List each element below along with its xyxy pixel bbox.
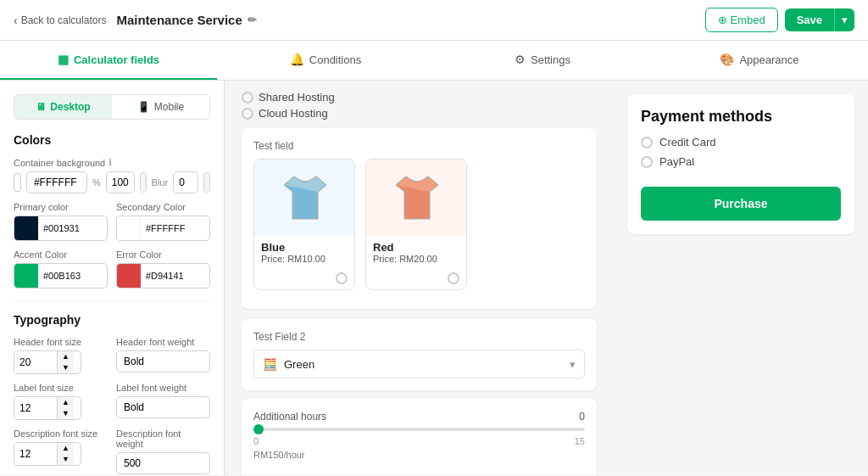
product-blue-price: Price: RM10.00 [261,254,348,264]
product-blue[interactable]: Blue Price: RM10.00 [253,159,355,290]
cloud-hosting-label: Cloud Hosting [259,107,328,120]
tab-conditions[interactable]: 🔔 Conditions [217,41,434,80]
accent-color-input[interactable]: #00B163 [14,263,108,288]
conditions-icon: 🔔 [290,53,304,66]
tab-calculator-fields[interactable]: ▦ Calculator fields [0,41,217,80]
shared-hosting-label: Shared Hosting [259,91,335,104]
additional-hours-section: Additional hours 0 0 15 RM150/hour [253,411,585,460]
primary-color-swatch [14,216,38,240]
credit-card-option[interactable]: Credit Card [641,136,841,148]
container-bg-swatch[interactable] [14,173,21,192]
container-bg-field: Container background ℹ #FFFFFF % ▲▼ Blur… [14,157,210,193]
topbar-actions: ⊕ Embed Save ▾ [705,8,854,32]
save-dropdown-button[interactable]: ▾ [834,8,854,31]
mobile-toggle[interactable]: 📱 Mobile [112,95,209,119]
label-font-weight-field: Label font weight BoldNormal [116,383,210,420]
page-title: Maintenance Service ✏ [116,13,694,27]
blue-tshirt-icon [275,168,335,227]
container-bg-pct-input[interactable] [106,171,135,193]
save-button[interactable]: Save [785,8,834,31]
purchase-button[interactable]: Purchase [641,187,841,221]
payment-card: Payment methods Credit Card PayPal Purch… [627,94,854,234]
label-font-size-field: Label font size ▲▼ [14,383,108,420]
error-color-input[interactable]: #D94141 [116,263,210,288]
tabs-bar: ▦ Calculator fields 🔔 Conditions ⚙ Setti… [0,41,868,81]
secondary-color-swatch [117,216,141,240]
desc-font-weight-field: Description font weight 500BoldNormal [116,428,210,474]
pct-label: % [92,177,101,188]
left-panel: 🖥 Desktop 📱 Mobile Colors Container back… [0,81,225,475]
product-blue-radio[interactable] [336,272,348,284]
test-field-card: Test field Blue Price: RM10.00 [242,128,597,309]
tab-appearance[interactable]: 🎨 Appearance [651,41,868,80]
desktop-icon: 🖥 [36,101,46,113]
product-red-img [366,160,467,236]
desc-font-size-input[interactable]: ▲▼ [14,442,81,466]
secondary-color-input[interactable]: #FFFFFF [116,216,210,241]
accent-color-field: Accent Color #00B163 [14,249,108,288]
desc-font-weight-label: Description font weight [116,428,210,449]
header-font-size-label: Header font size [14,337,108,347]
cloud-hosting-option[interactable]: Cloud Hosting [242,107,597,120]
test-field-2-value: Green [284,358,314,371]
slider-max: 15 [575,436,585,446]
blur-spinner[interactable]: ▲▼ [203,172,210,193]
label-font-size-input[interactable]: ▲▼ [14,396,81,420]
tab-settings[interactable]: ⚙ Settings [434,41,651,80]
primary-color-label: Primary color [14,202,108,212]
product-red[interactable]: Red Price: RM20.00 [365,159,467,290]
back-label: Back to calculators [21,14,107,26]
accent-color-label: Accent Color [14,249,108,260]
colors-section-title: Colors [14,133,210,147]
error-color-hex: #D94141 [141,271,209,281]
secondary-color-label: Secondary Color [116,202,210,212]
paypal-option[interactable]: PayPal [641,155,841,168]
right-panel: Payment methods Credit Card PayPal Purch… [614,81,868,475]
paypal-radio[interactable] [641,156,653,168]
shared-hosting-option[interactable]: Shared Hosting [242,91,597,104]
test-field-label: Test field [253,140,585,152]
error-color-label: Error Color [116,249,210,260]
test-field-2-dropdown[interactable]: 🧮 Green ▾ [253,350,585,378]
additional-hours-slider[interactable] [253,428,585,431]
header-font-size-input[interactable]: ▲▼ [14,350,81,374]
product-red-name: Red [373,241,459,254]
info-icon: ℹ [108,157,112,168]
additional-hours-label: Additional hours [253,411,326,423]
container-bg-hex-input[interactable]: #FFFFFF [26,171,87,193]
hosting-options: Shared Hosting Cloud Hosting [242,91,597,120]
secondary-color-field: Secondary Color #FFFFFF [116,202,210,241]
payment-title: Payment methods [641,108,841,126]
primary-color-input[interactable]: #001931 [14,216,108,241]
accent-color-swatch [14,264,38,288]
slider-thumb[interactable] [253,424,264,434]
credit-card-radio[interactable] [641,137,653,148]
additional-hours-value: 0 [579,411,585,423]
embed-button[interactable]: ⊕ Embed [705,8,778,32]
edit-icon[interactable]: ✏ [248,14,257,26]
product-blue-name: Blue [261,241,348,254]
desc-font-size-label: Description font size [14,428,108,439]
label-font-weight-label: Label font weight [116,383,210,393]
settings-icon: ⚙ [515,53,526,66]
slider-min: 0 [253,436,259,446]
topbar: ‹ Back to calculators Maintenance Servic… [0,0,868,41]
desc-font-weight-select[interactable]: 500BoldNormal [116,452,210,474]
product-red-radio[interactable] [448,272,459,284]
primary-color-hex: #001931 [38,223,107,233]
main-content: 🖥 Desktop 📱 Mobile Colors Container back… [0,81,868,475]
label-font-weight-select[interactable]: BoldNormal [116,396,210,418]
pct-spinner[interactable]: ▲▼ [140,172,147,193]
blur-input[interactable] [173,171,198,193]
desktop-toggle[interactable]: 🖥 Desktop [14,95,112,119]
cloud-hosting-radio[interactable] [242,108,253,120]
back-button[interactable]: ‹ Back to calculators [14,14,106,27]
header-font-weight-select[interactable]: BoldNormal600 [116,350,210,372]
error-color-swatch [117,264,141,288]
primary-color-field: Primary color #001931 [14,202,108,241]
accent-color-hex: #00B163 [38,271,107,281]
shared-hosting-radio[interactable] [242,92,253,104]
test-field-2-card: Test Field 2 🧮 Green ▾ [242,319,597,390]
blur-label: Blur [152,177,169,188]
mobile-icon: 📱 [137,101,150,113]
